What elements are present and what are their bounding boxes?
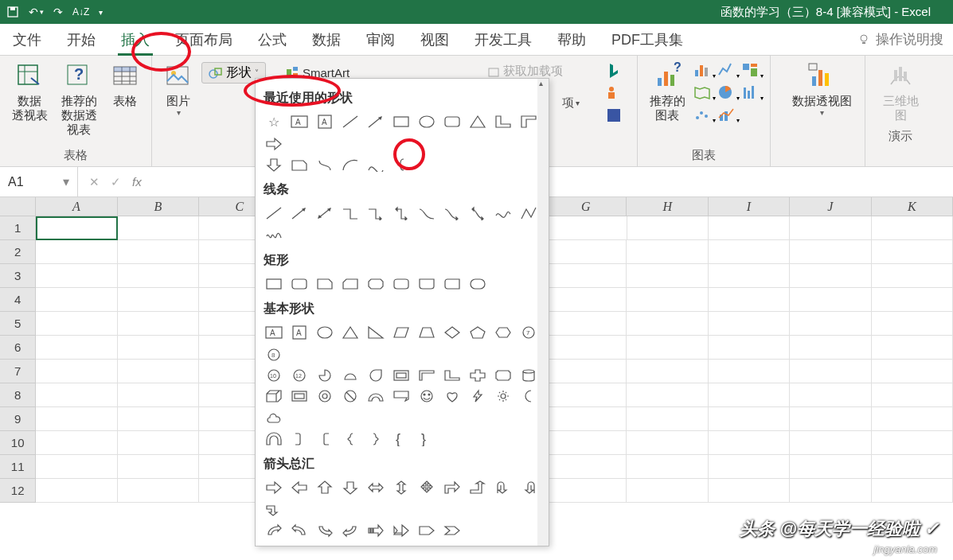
- redo-icon[interactable]: ↷: [53, 6, 63, 18]
- col-header-b[interactable]: B: [118, 197, 199, 216]
- arrow-bent3[interactable]: [264, 501, 284, 519]
- arrow-notched[interactable]: [391, 522, 412, 539]
- select-all-cell[interactable]: [0, 197, 36, 216]
- basic-pentagon[interactable]: [467, 324, 488, 341]
- row-header[interactable]: 9: [0, 407, 36, 431]
- cell[interactable]: [872, 407, 953, 431]
- cell[interactable]: [36, 431, 117, 455]
- cell[interactable]: [872, 336, 953, 360]
- col-header-a[interactable]: A: [36, 197, 117, 216]
- rect-5[interactable]: [365, 275, 386, 293]
- shape-triangle[interactable]: [467, 113, 488, 130]
- row-header[interactable]: 1: [0, 216, 36, 240]
- undo-icon[interactable]: ↶ ▾: [29, 6, 44, 18]
- chart-stat-icon[interactable]: ▾: [741, 84, 764, 105]
- addin-dropdown[interactable]: 项 ▾: [562, 95, 580, 111]
- basic-plaque[interactable]: [493, 367, 514, 384]
- basic-sun[interactable]: [493, 387, 514, 405]
- col-header-h[interactable]: H: [627, 197, 708, 216]
- basic-noentry[interactable]: [340, 387, 361, 405]
- tab-review[interactable]: 审阅: [363, 25, 398, 54]
- shape-oval[interactable]: [416, 113, 437, 130]
- line-curve1[interactable]: [416, 204, 437, 222]
- row-header[interactable]: 11: [0, 455, 36, 479]
- cell[interactable]: [627, 264, 708, 288]
- pictures-button[interactable]: 图片 ▾: [158, 59, 198, 121]
- cell[interactable]: [118, 407, 199, 431]
- basic-pie[interactable]: [314, 367, 335, 384]
- cell[interactable]: [118, 431, 199, 455]
- row-header[interactable]: 10: [0, 431, 36, 455]
- arrow-bent2[interactable]: [467, 479, 488, 496]
- cell[interactable]: [118, 312, 199, 336]
- shape-round-rect[interactable]: [442, 113, 463, 130]
- basic-braces-pair-l[interactable]: {: [391, 430, 412, 448]
- cell[interactable]: [118, 383, 199, 407]
- basic-brace-r[interactable]: [365, 430, 386, 448]
- shape-curve[interactable]: [365, 156, 386, 173]
- cell[interactable]: [790, 455, 871, 479]
- arrow-right[interactable]: [264, 479, 284, 496]
- cell[interactable]: [545, 479, 627, 503]
- basic-bracket-r[interactable]: [289, 430, 310, 448]
- cell[interactable]: [872, 216, 953, 240]
- cell[interactable]: [790, 479, 871, 503]
- visio-icon[interactable]: [605, 107, 623, 127]
- rect-4[interactable]: [340, 275, 361, 293]
- bing-icon[interactable]: [605, 62, 623, 83]
- col-header-k[interactable]: K: [872, 197, 953, 216]
- chart-bar-icon[interactable]: ▾: [693, 62, 716, 83]
- line-scribble[interactable]: [264, 227, 284, 244]
- row-header[interactable]: 4: [0, 288, 36, 312]
- cell[interactable]: [627, 431, 708, 455]
- cell[interactable]: [36, 336, 117, 360]
- cell[interactable]: [118, 264, 199, 288]
- basic-cross[interactable]: [467, 367, 488, 384]
- arrow-leftright[interactable]: [365, 479, 386, 496]
- arrow-down[interactable]: [340, 479, 361, 496]
- rect-7[interactable]: [416, 275, 437, 293]
- line-curve3[interactable]: [467, 204, 488, 222]
- row-header[interactable]: 5: [0, 312, 36, 336]
- tab-data[interactable]: 数据: [309, 25, 344, 54]
- shape-connector[interactable]: [314, 156, 335, 173]
- basic-moon[interactable]: [518, 387, 539, 405]
- basic-octagon[interactable]: 8: [264, 346, 284, 364]
- basic-donut[interactable]: [314, 387, 335, 405]
- arrow-bent1[interactable]: [442, 479, 463, 496]
- tab-help[interactable]: 帮助: [554, 25, 589, 54]
- tab-layout[interactable]: 页面布局: [172, 25, 236, 54]
- tell-me-search[interactable]: 操作说明搜: [857, 30, 943, 49]
- shape-l[interactable]: [493, 113, 514, 130]
- cell[interactable]: [709, 288, 790, 312]
- cell[interactable]: [545, 216, 627, 240]
- cell[interactable]: [872, 360, 953, 383]
- tab-developer[interactable]: 开发工具: [471, 25, 535, 54]
- cell[interactable]: [118, 240, 199, 264]
- cell[interactable]: [790, 407, 871, 431]
- cell[interactable]: [545, 336, 627, 360]
- chart-hierarchy-icon[interactable]: ▾: [741, 62, 764, 83]
- cell[interactable]: [36, 216, 117, 240]
- rect-1[interactable]: [264, 275, 284, 293]
- basic-chord[interactable]: [340, 367, 361, 384]
- cell[interactable]: [545, 288, 627, 312]
- chart-scatter-icon[interactable]: ▾: [693, 107, 716, 127]
- cell[interactable]: [790, 216, 871, 240]
- cell[interactable]: [709, 383, 790, 407]
- cell[interactable]: [118, 360, 199, 383]
- cell[interactable]: [118, 336, 199, 360]
- tab-view[interactable]: 视图: [417, 25, 452, 54]
- cell[interactable]: [709, 407, 790, 431]
- cell[interactable]: [118, 288, 199, 312]
- cell[interactable]: [36, 383, 117, 407]
- arrow-uturn1[interactable]: [493, 479, 514, 496]
- cell[interactable]: [709, 360, 790, 383]
- basic-brace-l[interactable]: [340, 430, 361, 448]
- shape-star[interactable]: ☆: [264, 113, 284, 130]
- cell[interactable]: [709, 431, 790, 455]
- cell[interactable]: [545, 407, 627, 431]
- cell[interactable]: [545, 383, 627, 407]
- shape-arrow-line[interactable]: [365, 113, 386, 130]
- cell[interactable]: [545, 264, 627, 288]
